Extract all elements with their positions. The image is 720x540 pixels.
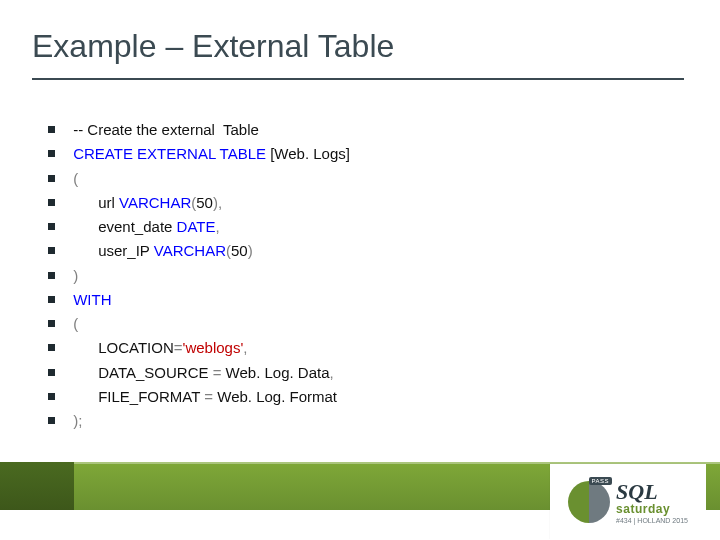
code-line: LOCATION='weblogs',: [48, 338, 668, 358]
bullet-icon: [48, 296, 55, 303]
code-line: ): [48, 266, 668, 286]
slide: Example – External Table -- Create the e…: [0, 0, 720, 540]
bullet-icon: [48, 320, 55, 327]
code-line: (: [48, 314, 668, 334]
code-line: url VARCHAR(50),: [48, 193, 668, 213]
code-text: -- Create the external Table: [69, 120, 259, 140]
code-line: FILE_FORMAT = Web. Log. Format: [48, 387, 668, 407]
logo-line2: saturday: [616, 503, 688, 515]
code-text: CREATE EXTERNAL TABLE [Web. Logs]: [69, 144, 350, 164]
footer-accent: [0, 462, 74, 510]
slide-title: Example – External Table: [32, 28, 394, 65]
title-rule: [32, 78, 684, 80]
bullet-icon: [48, 175, 55, 182]
bullet-icon: [48, 417, 55, 424]
code-text: user_IP VARCHAR(50): [69, 241, 253, 261]
code-text: url VARCHAR(50),: [69, 193, 222, 213]
code-text: (: [69, 314, 78, 334]
code-text: WITH: [69, 290, 112, 310]
logo-icon: PASS: [568, 481, 610, 523]
bullet-icon: [48, 393, 55, 400]
bullet-icon: [48, 199, 55, 206]
code-line: -- Create the external Table: [48, 120, 668, 140]
bullet-icon: [48, 247, 55, 254]
logo-line1: SQL: [616, 481, 688, 503]
bullet-icon: [48, 272, 55, 279]
code-line: CREATE EXTERNAL TABLE [Web. Logs]: [48, 144, 668, 164]
code-text: event_date DATE,: [69, 217, 220, 237]
code-line: );: [48, 411, 668, 431]
bullet-icon: [48, 223, 55, 230]
code-block: -- Create the external Table CREATE EXTE…: [48, 120, 668, 435]
logo-box: PASS SQL saturday #434 | HOLLAND 2015: [550, 464, 706, 540]
logo-subtext: #434 | HOLLAND 2015: [616, 517, 688, 524]
code-text: (: [69, 169, 78, 189]
bullet-icon: [48, 126, 55, 133]
logo-text: SQL saturday #434 | HOLLAND 2015: [616, 481, 688, 524]
bullet-icon: [48, 150, 55, 157]
code-line: user_IP VARCHAR(50): [48, 241, 668, 261]
code-text: FILE_FORMAT = Web. Log. Format: [69, 387, 337, 407]
logo-badge: PASS: [589, 477, 613, 485]
code-text: );: [69, 411, 82, 431]
code-line: DATA_SOURCE = Web. Log. Data,: [48, 363, 668, 383]
code-line: WITH: [48, 290, 668, 310]
bullet-icon: [48, 369, 55, 376]
code-text: ): [69, 266, 78, 286]
bullet-icon: [48, 344, 55, 351]
code-line: event_date DATE,: [48, 217, 668, 237]
code-line: (: [48, 169, 668, 189]
code-text: LOCATION='weblogs',: [69, 338, 247, 358]
code-text: DATA_SOURCE = Web. Log. Data,: [69, 363, 334, 383]
